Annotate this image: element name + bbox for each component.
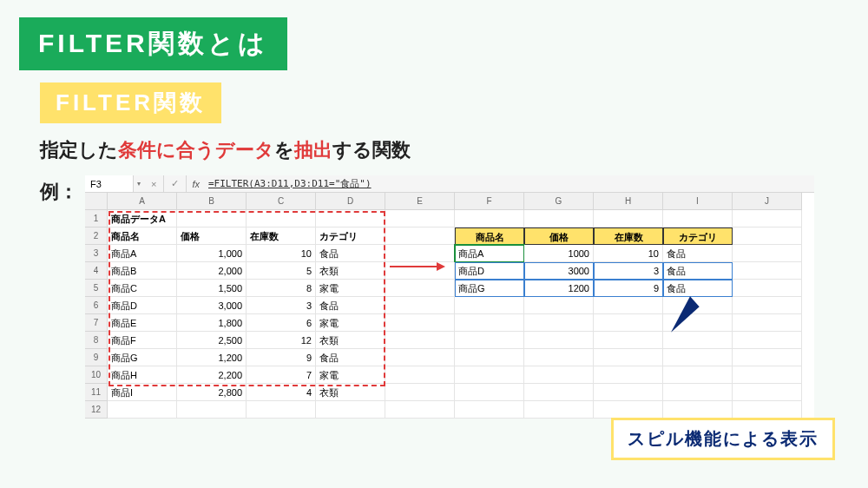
cell[interactable]: 商品E	[108, 314, 177, 332]
cell[interactable]: カテゴリ	[316, 228, 385, 245]
cell[interactable]	[385, 314, 455, 332]
fx-icon[interactable]: fx	[187, 179, 205, 189]
cell[interactable]: 価格	[524, 228, 594, 245]
cell[interactable]: 6	[247, 314, 316, 332]
cell[interactable]: 商品名	[455, 228, 524, 245]
cell[interactable]	[663, 384, 733, 401]
cell[interactable]	[455, 401, 524, 419]
cell[interactable]	[385, 384, 455, 401]
row-header[interactable]: 4	[85, 262, 108, 280]
select-all-corner[interactable]	[85, 193, 108, 210]
cell[interactable]	[316, 210, 385, 228]
cell[interactable]: 在庫数	[594, 228, 663, 245]
cell[interactable]	[733, 210, 802, 228]
col-header[interactable]: B	[177, 193, 247, 210]
cell[interactable]: 商品データA	[108, 210, 177, 228]
cell[interactable]: 3,000	[177, 297, 247, 314]
cell[interactable]: 7	[247, 366, 316, 384]
cell[interactable]	[385, 245, 455, 262]
name-box-dropdown-icon[interactable]: ▾	[134, 180, 144, 188]
cell[interactable]: 10	[594, 245, 663, 262]
cell[interactable]	[247, 210, 316, 228]
cell[interactable]: 1,500	[177, 280, 247, 297]
cell[interactable]: 1200	[524, 280, 594, 297]
cell[interactable]: 1,200	[177, 349, 247, 366]
row-header[interactable]: 5	[85, 280, 108, 297]
cell[interactable]: 商品I	[108, 384, 177, 401]
cell[interactable]: 衣類	[316, 332, 385, 349]
cell[interactable]	[524, 210, 594, 228]
col-header[interactable]: J	[733, 193, 802, 210]
cell[interactable]: 1000	[524, 245, 594, 262]
row-header[interactable]: 11	[85, 384, 108, 401]
cell[interactable]: 3	[594, 262, 663, 280]
cell[interactable]: 12	[247, 332, 316, 349]
cell[interactable]: 衣類	[316, 262, 385, 280]
cell[interactable]: 商品A	[455, 245, 524, 262]
cell[interactable]: 衣類	[316, 384, 385, 401]
cell[interactable]	[733, 280, 802, 297]
cell[interactable]: 価格	[177, 228, 247, 245]
cell[interactable]	[524, 332, 594, 349]
cell[interactable]	[663, 401, 733, 419]
cell[interactable]: 8	[247, 280, 316, 297]
cell[interactable]	[663, 332, 733, 349]
cell[interactable]	[455, 384, 524, 401]
row-header[interactable]: 10	[85, 366, 108, 384]
cell[interactable]: 10	[247, 245, 316, 262]
cell[interactable]	[385, 297, 455, 314]
cell[interactable]	[733, 332, 802, 349]
row-header[interactable]: 8	[85, 332, 108, 349]
cell[interactable]	[385, 366, 455, 384]
cell[interactable]: 商品C	[108, 280, 177, 297]
cell[interactable]: 商品D	[455, 262, 524, 280]
cell[interactable]: 家電	[316, 280, 385, 297]
cell[interactable]	[524, 297, 594, 314]
col-header[interactable]: D	[316, 193, 385, 210]
cell[interactable]	[733, 366, 802, 384]
row-header[interactable]: 12	[85, 401, 108, 419]
cell[interactable]: 商品G	[455, 280, 524, 297]
cell[interactable]	[733, 262, 802, 280]
cell[interactable]: 4	[247, 384, 316, 401]
cell[interactable]	[733, 401, 802, 419]
cell[interactable]	[385, 210, 455, 228]
cell[interactable]	[385, 401, 455, 419]
cell[interactable]: カテゴリ	[663, 228, 733, 245]
cell[interactable]	[524, 366, 594, 384]
col-header[interactable]: F	[455, 193, 524, 210]
cell[interactable]: 食品	[663, 245, 733, 262]
cell[interactable]	[177, 210, 247, 228]
cell[interactable]	[316, 401, 385, 419]
cell[interactable]	[733, 245, 802, 262]
cell[interactable]	[733, 384, 802, 401]
cell[interactable]: 商品F	[108, 332, 177, 349]
cell[interactable]: 食品	[316, 349, 385, 366]
cell[interactable]: 商品A	[108, 245, 177, 262]
col-header[interactable]: G	[524, 193, 594, 210]
row-header[interactable]: 1	[85, 210, 108, 228]
cell[interactable]: 3	[247, 297, 316, 314]
formula-input[interactable]: =FILTER(A3:D11,D3:D11="食品")	[205, 177, 814, 190]
cancel-formula-icon[interactable]: ×	[144, 175, 164, 192]
col-header[interactable]: I	[663, 193, 733, 210]
cell[interactable]: 商品G	[108, 349, 177, 366]
cell[interactable]	[524, 384, 594, 401]
row-header[interactable]: 3	[85, 245, 108, 262]
cell[interactable]	[733, 297, 802, 314]
col-header[interactable]: A	[108, 193, 177, 210]
cell[interactable]	[594, 384, 663, 401]
cell[interactable]	[594, 314, 663, 332]
cell[interactable]: 商品H	[108, 366, 177, 384]
cell[interactable]: 商品名	[108, 228, 177, 245]
cell[interactable]: 9	[247, 349, 316, 366]
cell[interactable]	[733, 228, 802, 245]
cell[interactable]	[594, 349, 663, 366]
row-header[interactable]: 7	[85, 314, 108, 332]
cell[interactable]: 2,800	[177, 384, 247, 401]
cell[interactable]	[733, 349, 802, 366]
cell[interactable]	[524, 401, 594, 419]
cell[interactable]	[385, 349, 455, 366]
cell[interactable]	[455, 332, 524, 349]
cell[interactable]: 商品D	[108, 297, 177, 314]
